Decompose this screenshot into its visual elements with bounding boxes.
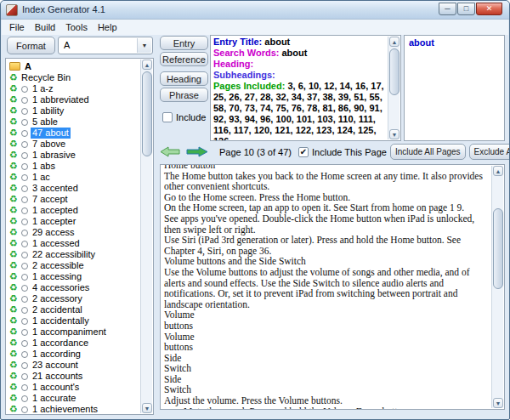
tree-item-label: 1 a-z [31, 83, 54, 94]
scroll-down-icon[interactable]: ▼ [493, 398, 503, 408]
menu-file[interactable]: File [4, 21, 30, 33]
minimize-button[interactable]: ─ [439, 3, 456, 15]
app-icon [6, 4, 18, 16]
tree-item-accept[interactable]: ♻7 accept [8, 194, 139, 205]
previous-page-button[interactable] [160, 146, 180, 157]
tree-item-accordance[interactable]: ♻1 accordance [8, 338, 139, 349]
heading-button[interactable]: Heading [160, 71, 208, 86]
index-tree[interactable]: A ♻Recycle Bin♻1 a-z♻1 abbreviated♻1 abi… [5, 58, 154, 415]
recycle-icon: ♻ [8, 382, 20, 393]
tree-item-accessible[interactable]: ♻2 accessible [8, 260, 139, 271]
circle-icon [21, 285, 28, 292]
circle-icon [21, 274, 28, 281]
maximize-button[interactable]: □ [457, 3, 475, 15]
scroll-up-icon[interactable]: ▲ [493, 166, 503, 176]
document-scrollbar[interactable]: ▲ ▼ [491, 166, 503, 408]
tree-item-accounts[interactable]: ♻21 accounts [8, 371, 139, 382]
phrase-button[interactable]: Phrase [160, 88, 208, 102]
tree-item-accessories[interactable]: ♻4 accessories [8, 282, 139, 293]
entry-scroll-thumb[interactable] [389, 48, 400, 95]
include-this-page-checkbox[interactable]: ✔ [298, 147, 309, 157]
tree-item-accessibility[interactable]: ♻22 accessibility [8, 249, 139, 260]
tree-item-achievements[interactable]: ♻1 achievements [8, 404, 139, 415]
tree-item-accidental[interactable]: ♻2 accidental [8, 304, 139, 315]
tree-item-accessing[interactable]: ♻1 accessing [8, 271, 139, 282]
tree-item-label: 7 above [31, 139, 67, 150]
document-scroll-thumb[interactable] [493, 208, 503, 289]
doc-line: Go to the Home screen. Press the Home bu… [164, 192, 488, 203]
arrow-right-icon [186, 146, 208, 157]
exclude-all-pages-button[interactable]: Exclude All Pages [469, 144, 510, 160]
tree-item-abs[interactable]: ♻1 abs [8, 161, 139, 172]
tree-scroll-thumb[interactable] [142, 71, 152, 156]
selected-word-panel[interactable]: about [404, 35, 505, 141]
include-checkbox[interactable] [162, 112, 173, 122]
tree-item-label: Recycle Bin [20, 72, 72, 83]
menu-tools[interactable]: Tools [60, 21, 93, 33]
tree-item-about[interactable]: ♻47 about [8, 128, 139, 139]
scroll-down-icon[interactable]: ▼ [389, 129, 400, 139]
circle-icon [21, 395, 28, 402]
recycle-icon: ♻ [8, 227, 20, 238]
close-button[interactable]: ✕ [476, 3, 502, 15]
recycle-icon: ♻ [8, 216, 20, 227]
tree-item-label: 2 accidental [31, 304, 84, 315]
folder-icon [9, 62, 20, 71]
menu-help[interactable]: Help [93, 21, 122, 33]
tree-item-accessory[interactable]: ♻2 accessory [8, 293, 139, 304]
scroll-down-icon[interactable]: ▼ [142, 403, 152, 413]
entry-field: Pages Included: 3, 6, 10, 12, 14, 16, 17… [213, 81, 386, 141]
scroll-up-icon[interactable]: ▲ [142, 60, 152, 70]
tree-item-label: 3 accented [31, 183, 80, 194]
window-controls: ─ □ ✕ [439, 3, 502, 15]
chevron-down-icon[interactable]: ▼ [137, 38, 151, 53]
entry-button[interactable]: Entry [160, 36, 208, 50]
entry-details-panel[interactable]: Entry Title: aboutSearch Words: aboutHea… [210, 35, 401, 141]
tree-item-label: 23 account [31, 360, 80, 371]
tree-item-account[interactable]: ♻23 account [8, 360, 139, 371]
circle-icon [21, 307, 28, 314]
recycle-icon: ♻ [8, 161, 20, 172]
tree-root[interactable]: A [8, 60, 139, 72]
field-value: about [262, 37, 290, 47]
recycle-icon: ♻ [8, 371, 20, 382]
tree-item-access[interactable]: ♻29 access [8, 227, 139, 238]
tree-item-ac[interactable]: ♻1 ac [8, 172, 139, 183]
entry-scrollbar[interactable]: ▲ ▼ [388, 37, 400, 139]
field-label: Entry Title: [213, 37, 262, 47]
scroll-up-icon[interactable]: ▲ [389, 37, 400, 47]
tree-item-ability[interactable]: ♻1 ability [8, 105, 139, 116]
recycle-icon: ♻ [8, 315, 20, 326]
doc-line: buttons [164, 321, 488, 332]
tree-item-accompaniment[interactable]: ♻1 accompaniment [8, 326, 139, 338]
tree-item-able[interactable]: ♻5 able [8, 116, 139, 128]
include-all-pages-button[interactable]: Include All Pages [390, 144, 466, 160]
format-select[interactable]: A ▼ [58, 37, 153, 54]
title-bar[interactable]: Index Generator 4.1 ─ □ ✕ [1, 1, 509, 20]
tree-item-abrasive[interactable]: ♻1 abrasive [8, 150, 139, 161]
tree-item-label: 29 access [31, 227, 76, 238]
next-page-button[interactable] [186, 146, 208, 157]
tree-item-accessed[interactable]: ♻1 accessed [8, 238, 139, 249]
tree-item-accepter[interactable]: ♻1 accepter [8, 216, 139, 227]
tree-item-accidentally[interactable]: ♻1 accidentally [8, 315, 139, 326]
document-text-area[interactable]: Home buttonThe Home button takes you bac… [160, 164, 505, 410]
menu-build[interactable]: Build [30, 21, 60, 33]
tree-item-label: 4 accessories [31, 282, 91, 293]
recycle-icon: ♻ [8, 404, 20, 415]
format-button[interactable]: Format [7, 37, 55, 54]
tree-item-account-s[interactable]: ♻1 account's [8, 382, 139, 393]
tree-item-accented[interactable]: ♻3 accented [8, 183, 139, 194]
tree-item-accepted[interactable]: ♻1 accepted [8, 205, 139, 216]
tree-item-above[interactable]: ♻7 above [8, 139, 139, 150]
circle-icon [21, 373, 28, 380]
reference-button[interactable]: Reference [160, 52, 208, 66]
doc-line: Volume [164, 332, 488, 343]
tree-item-a-z[interactable]: ♻1 a-z [8, 83, 139, 94]
circle-icon [21, 185, 28, 192]
tree-item-accurate[interactable]: ♻1 accurate [8, 393, 139, 404]
tree-item-abbreviated[interactable]: ♻1 abbreviated [8, 94, 139, 105]
tree-item-according[interactable]: ♻1 according [8, 349, 139, 360]
tree-scrollbar[interactable]: ▲ ▼ [140, 60, 152, 413]
tree-item-recycle-bin[interactable]: ♻Recycle Bin [8, 72, 139, 83]
